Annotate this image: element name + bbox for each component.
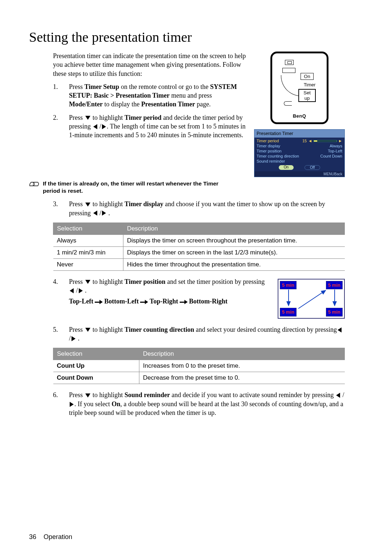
osd-footer: MENUBack bbox=[254, 171, 344, 177]
osd-off-button: Off bbox=[305, 165, 320, 170]
osd-title: Presentation Timer bbox=[254, 130, 344, 138]
note-icon: 3 bbox=[29, 180, 40, 187]
right-arrow-icon bbox=[102, 124, 106, 129]
osd-row-timer-position: Timer positionTop-Left bbox=[257, 148, 342, 154]
position-diagram: 5 min 5 min 5 min 5 min bbox=[278, 279, 345, 319]
table-row: Count UpIncreases from 0 to the preset t… bbox=[53, 360, 345, 372]
step-6: Press to highlight Sound reminder and de… bbox=[53, 391, 345, 417]
svg-text:3: 3 bbox=[33, 182, 35, 186]
remote-on-label: On bbox=[301, 73, 314, 80]
osd-on-button: On bbox=[279, 165, 294, 170]
counting-direction-table: Selection Description Count UpIncreases … bbox=[53, 348, 345, 384]
section-name: Operation bbox=[44, 533, 72, 540]
step-1: Press Timer Setup on the remote control … bbox=[53, 82, 247, 109]
table-header-selection: Selection bbox=[53, 223, 123, 234]
osd-row-sound-reminder: Sound reminder bbox=[257, 159, 342, 164]
table-header-description: Description bbox=[139, 348, 345, 360]
left-arrow-icon bbox=[338, 327, 342, 332]
osd-row-timer-display: Timer displayAlways bbox=[257, 143, 342, 148]
arrow-right-icon bbox=[140, 300, 148, 304]
table-row: 1 min/2 min/3 minDisplays the timer on s… bbox=[53, 246, 345, 258]
table-header-selection: Selection bbox=[53, 348, 139, 360]
down-arrow-icon bbox=[85, 116, 90, 120]
step-5: Press to highlight Timer counting direct… bbox=[53, 325, 345, 343]
right-arrow-icon bbox=[70, 402, 74, 407]
note-text: If the timer is already on, the timer wi… bbox=[43, 180, 225, 195]
down-arrow-icon bbox=[85, 280, 90, 284]
left-arrow-icon bbox=[93, 211, 97, 216]
table-row: NeverHides the timer throughout the pres… bbox=[53, 258, 345, 270]
step-2: Press to highlight Timer period and deci… bbox=[53, 113, 247, 140]
svg-line-2 bbox=[298, 290, 326, 309]
step-4: Press to highlight Timer position and se… bbox=[53, 277, 345, 319]
osd-menu: Presentation Timer Timer period 15◄► Tim… bbox=[254, 129, 345, 177]
page-footer: 36 Operation bbox=[29, 533, 345, 541]
remote-setup-label: Set up bbox=[298, 89, 316, 102]
arrow-right-icon bbox=[95, 300, 103, 304]
remote-logo: BenQ bbox=[272, 113, 327, 119]
right-arrow-icon bbox=[72, 336, 75, 341]
page-number: 36 bbox=[29, 533, 36, 540]
table-row: AlwaysDisplays the timer on screen throu… bbox=[53, 234, 345, 246]
step-3: Press to highlight Timer display and cho… bbox=[53, 200, 345, 217]
left-arrow-icon bbox=[336, 393, 340, 398]
osd-row-timer-period: Timer period 15◄► bbox=[257, 138, 342, 143]
intro-paragraph: Presentation timer can indicate the pres… bbox=[29, 52, 247, 78]
page-title: Setting the presentation timer bbox=[29, 29, 345, 45]
timer-display-table: Selection Description AlwaysDisplays the… bbox=[53, 223, 345, 271]
right-arrow-icon bbox=[102, 211, 106, 216]
arrow-right-icon bbox=[180, 300, 188, 304]
remote-timer-label: Timer bbox=[301, 82, 319, 88]
remote-illustration: On Timer Set up BenQ bbox=[270, 52, 328, 124]
left-arrow-icon bbox=[70, 288, 74, 293]
down-arrow-icon bbox=[85, 203, 90, 207]
down-arrow-icon bbox=[85, 393, 90, 397]
down-arrow-icon bbox=[85, 328, 90, 332]
table-row: Count DownDecrease from the preset time … bbox=[53, 372, 345, 384]
right-arrow-icon bbox=[79, 288, 83, 293]
table-header-description: Description bbox=[123, 223, 344, 234]
osd-row-counting-direction: Timer counting directionCount Down bbox=[257, 154, 342, 159]
left-arrow-icon bbox=[93, 124, 97, 129]
